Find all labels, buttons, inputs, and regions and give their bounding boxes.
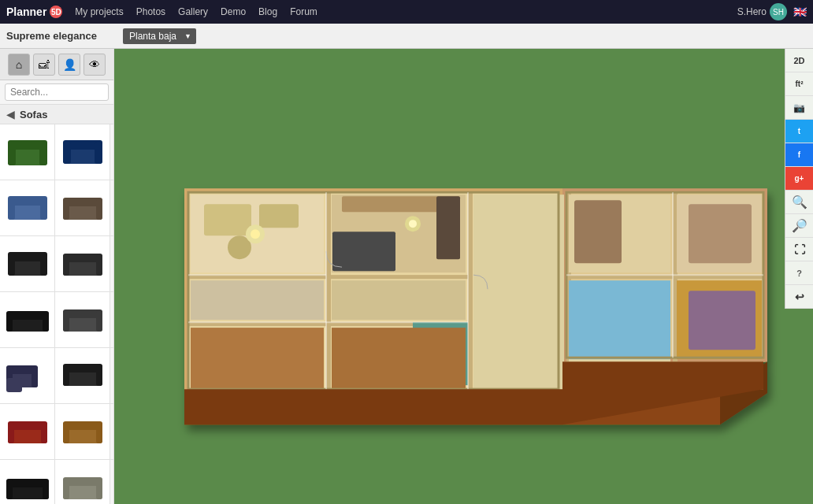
svg-rect-22: [63, 254, 69, 276]
2d-button[interactable]: 2D: [785, 49, 814, 72]
svg-point-108: [409, 220, 417, 228]
nav-my-projects[interactable]: My projects: [75, 6, 123, 17]
top-navigation: Planner 5D My projects Photos Gallery De…: [0, 0, 813, 24]
zoom-out-button[interactable]: 🔎: [785, 214, 814, 238]
sofa-item-2[interactable]: [55, 124, 110, 180]
floor-plan-view[interactable]: 2D ft² 📷 t f g+ 🔍 🔎 ⛶ ? ↩: [114, 49, 813, 504]
nav-demo[interactable]: Demo: [221, 6, 246, 17]
search-bar: [0, 80, 113, 105]
nav-blog[interactable]: Blog: [258, 6, 277, 17]
nav-gallery[interactable]: Gallery: [178, 6, 208, 17]
svg-rect-31: [96, 310, 102, 332]
logo-badge: 5D: [50, 6, 62, 18]
sofa-item-6[interactable]: [55, 236, 110, 291]
help-button[interactable]: ?: [785, 261, 814, 285]
svg-rect-94: [332, 328, 466, 389]
svg-rect-50: [6, 479, 49, 487]
svg-rect-104: [689, 291, 755, 350]
svg-rect-3: [8, 140, 47, 150]
svg-rect-103: [689, 204, 752, 263]
sofa-item-14[interactable]: [55, 460, 110, 504]
sofa-row: [0, 124, 113, 180]
zoom-in-button[interactable]: 🔍: [785, 191, 814, 214]
sofa-item-13[interactable]: [0, 460, 55, 504]
undo-button[interactable]: ↩: [785, 285, 814, 309]
svg-rect-47: [63, 422, 69, 443]
category-label: Sofas: [20, 109, 47, 120]
user-badge[interactable]: S.Hero SH: [737, 3, 787, 20]
svg-rect-97: [259, 204, 299, 228]
nav-photos[interactable]: Photos: [136, 6, 165, 17]
main-layout: ⌂ 🛋 👤 👁 ◀ Sofas: [0, 49, 813, 504]
svg-rect-6: [63, 142, 71, 164]
sofa-item-4[interactable]: [55, 180, 110, 235]
username: S.Hero: [737, 6, 767, 17]
sofa-row: [0, 460, 113, 504]
screenshot-button[interactable]: 📷: [785, 96, 814, 120]
sofa-row: [0, 180, 113, 236]
home-tool-button[interactable]: ⌂: [8, 54, 30, 76]
svg-rect-11: [40, 198, 47, 220]
sofa-item-7[interactable]: [0, 292, 55, 347]
svg-rect-7: [95, 142, 102, 164]
svg-rect-56: [96, 478, 102, 499]
sofa-item-1[interactable]: [0, 124, 55, 180]
sofa-item-3[interactable]: [0, 180, 55, 235]
category-header[interactable]: ◀ Sofas: [0, 105, 113, 124]
svg-rect-35: [32, 366, 38, 387]
sofa-row: [0, 404, 113, 460]
floor-plan-svg: [137, 94, 791, 472]
sofa-list: [0, 124, 113, 504]
sofa-item-9[interactable]: [0, 348, 55, 403]
svg-rect-91: [569, 280, 670, 359]
floor-selector[interactable]: Planta baja: [123, 28, 196, 44]
svg-rect-19: [40, 254, 47, 276]
svg-rect-40: [96, 365, 102, 386]
svg-rect-51: [6, 480, 13, 499]
sofa-row: [0, 292, 113, 348]
area-button[interactable]: ft²: [785, 72, 814, 96]
map-controls: 2D ft² 📷 t f g+ 🔍 🔎 ⛶ ? ↩: [785, 49, 813, 309]
search-input[interactable]: [5, 83, 109, 101]
svg-rect-10: [8, 198, 15, 220]
svg-rect-43: [8, 422, 14, 443]
svg-rect-36: [6, 378, 22, 392]
sofa-row: [0, 236, 113, 292]
eye-tool-button[interactable]: 👁: [84, 54, 106, 76]
nav-forum[interactable]: Forum: [290, 6, 317, 17]
sofa-item-8[interactable]: [55, 292, 110, 347]
svg-rect-55: [63, 478, 69, 499]
fullscreen-button[interactable]: ⛶: [785, 238, 814, 261]
second-bar: Supreme elegance Planta baja: [0, 24, 813, 49]
floor-plan-container: [137, 94, 791, 474]
left-panel: ⌂ 🛋 👤 👁 ◀ Sofas: [0, 49, 114, 504]
svg-point-106: [251, 229, 260, 239]
sofa-tool-button[interactable]: 🛋: [33, 54, 55, 76]
svg-rect-101: [332, 232, 395, 271]
sofa-item-11[interactable]: [0, 404, 55, 459]
sofa-item-12[interactable]: [55, 404, 110, 459]
social-twitter[interactable]: t: [785, 120, 814, 143]
sofa-item-10[interactable]: [55, 348, 110, 403]
logo[interactable]: Planner 5D: [6, 6, 62, 18]
svg-rect-15: [96, 198, 102, 220]
language-flag[interactable]: 🇬🇧: [793, 6, 807, 18]
svg-rect-23: [96, 254, 102, 276]
svg-rect-48: [96, 422, 102, 443]
svg-rect-82: [473, 195, 564, 391]
social-facebook[interactable]: f: [785, 143, 814, 167]
svg-rect-27: [43, 312, 49, 332]
svg-rect-86: [332, 280, 466, 320]
svg-rect-76: [330, 275, 468, 279]
person-tool-button[interactable]: 👤: [58, 54, 80, 76]
project-name: Supreme elegance: [6, 30, 117, 42]
floor-select-input[interactable]: Planta baja: [123, 28, 196, 44]
svg-marker-118: [184, 389, 562, 424]
svg-rect-85: [191, 280, 324, 320]
sofa-item-5[interactable]: [0, 236, 55, 291]
social-google[interactable]: g+: [785, 167, 814, 191]
svg-rect-100: [436, 196, 460, 259]
avatar: SH: [770, 3, 787, 20]
svg-rect-52: [43, 480, 49, 499]
sofa-row: [0, 348, 113, 404]
